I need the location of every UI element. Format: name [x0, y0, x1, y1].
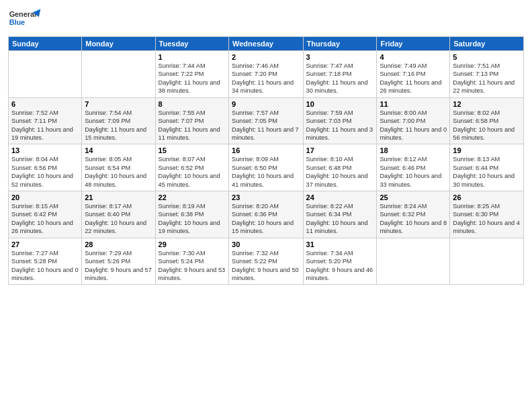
calendar-cell: 5Sunrise: 7:51 AM Sunset: 7:13 PM Daylig…: [450, 51, 524, 98]
calendar-cell: 1Sunrise: 7:44 AM Sunset: 7:22 PM Daylig…: [155, 51, 228, 98]
calendar-cell: 31Sunrise: 7:34 AM Sunset: 5:20 PM Dayli…: [303, 238, 377, 285]
calendar-cell: 22Sunrise: 8:19 AM Sunset: 6:38 PM Dayli…: [155, 191, 228, 238]
calendar-cell: 13Sunrise: 8:04 AM Sunset: 6:56 PM Dayli…: [9, 144, 82, 191]
calendar-cell: 28Sunrise: 7:29 AM Sunset: 5:26 PM Dayli…: [82, 238, 155, 285]
calendar-cell: [82, 51, 155, 98]
calendar-week-row: 6Sunrise: 7:52 AM Sunset: 7:11 PM Daylig…: [9, 97, 524, 144]
svg-text:General: General: [9, 10, 36, 18]
day-number: 4: [380, 53, 447, 61]
day-number: 24: [306, 193, 374, 201]
calendar-cell: 6Sunrise: 7:52 AM Sunset: 7:11 PM Daylig…: [9, 97, 82, 144]
calendar-cell: 24Sunrise: 8:22 AM Sunset: 6:34 PM Dayli…: [303, 191, 377, 238]
day-info: Sunrise: 7:32 AM Sunset: 5:22 PM Dayligh…: [232, 249, 300, 283]
calendar-cell: 15Sunrise: 8:07 AM Sunset: 6:52 PM Dayli…: [155, 144, 228, 191]
calendar-cell: 14Sunrise: 8:05 AM Sunset: 6:54 PM Dayli…: [82, 144, 155, 191]
calendar-cell: 26Sunrise: 8:25 AM Sunset: 6:30 PM Dayli…: [450, 191, 524, 238]
col-saturday: Saturday: [450, 37, 524, 51]
calendar-cell: 23Sunrise: 8:20 AM Sunset: 6:36 PM Dayli…: [229, 191, 304, 238]
day-number: 2: [232, 53, 300, 61]
calendar-table: Sunday Monday Tuesday Wednesday Thursday…: [8, 36, 524, 285]
calendar-week-row: 1Sunrise: 7:44 AM Sunset: 7:22 PM Daylig…: [9, 51, 524, 98]
day-info: Sunrise: 8:22 AM Sunset: 6:34 PM Dayligh…: [306, 202, 374, 236]
day-number: 11: [380, 100, 447, 108]
day-info: Sunrise: 7:51 AM Sunset: 7:13 PM Dayligh…: [453, 62, 521, 95]
day-info: Sunrise: 7:49 AM Sunset: 7:16 PM Dayligh…: [380, 62, 447, 95]
day-number: 1: [159, 53, 226, 61]
page-header: General Blue: [8, 7, 524, 32]
calendar-week-row: 27Sunrise: 7:27 AM Sunset: 5:28 PM Dayli…: [9, 238, 524, 285]
day-number: 25: [380, 193, 447, 201]
calendar-cell: 27Sunrise: 7:27 AM Sunset: 5:28 PM Dayli…: [9, 238, 82, 285]
calendar-cell: 12Sunrise: 8:02 AM Sunset: 6:58 PM Dayli…: [450, 97, 524, 144]
day-info: Sunrise: 7:52 AM Sunset: 7:11 PM Dayligh…: [11, 109, 79, 142]
day-info: Sunrise: 8:07 AM Sunset: 6:52 PM Dayligh…: [159, 155, 226, 189]
day-number: 27: [11, 240, 79, 248]
calendar-cell: 25Sunrise: 8:24 AM Sunset: 6:32 PM Dayli…: [377, 191, 450, 238]
calendar-cell: 2Sunrise: 7:46 AM Sunset: 7:20 PM Daylig…: [229, 51, 304, 98]
calendar-cell: 18Sunrise: 8:12 AM Sunset: 6:46 PM Dayli…: [377, 144, 450, 191]
col-wednesday: Wednesday: [229, 37, 304, 51]
day-info: Sunrise: 7:57 AM Sunset: 7:05 PM Dayligh…: [232, 109, 300, 142]
day-info: Sunrise: 8:24 AM Sunset: 6:32 PM Dayligh…: [380, 202, 447, 236]
calendar-cell: 29Sunrise: 7:30 AM Sunset: 5:24 PM Dayli…: [155, 238, 228, 285]
calendar-cell: 11Sunrise: 8:00 AM Sunset: 7:00 PM Dayli…: [377, 97, 450, 144]
day-number: 8: [159, 100, 226, 108]
day-number: 3: [306, 53, 374, 61]
day-number: 14: [85, 146, 152, 154]
calendar-cell: 16Sunrise: 8:09 AM Sunset: 6:50 PM Dayli…: [229, 144, 304, 191]
calendar-cell: 7Sunrise: 7:54 AM Sunset: 7:09 PM Daylig…: [82, 97, 155, 144]
day-info: Sunrise: 7:46 AM Sunset: 7:20 PM Dayligh…: [232, 62, 300, 95]
col-friday: Friday: [377, 37, 450, 51]
day-info: Sunrise: 8:19 AM Sunset: 6:38 PM Dayligh…: [159, 202, 226, 236]
day-number: 16: [232, 146, 300, 154]
day-number: 12: [453, 100, 521, 108]
col-thursday: Thursday: [303, 37, 377, 51]
day-number: 31: [306, 240, 374, 248]
calendar-cell: 4Sunrise: 7:49 AM Sunset: 7:16 PM Daylig…: [377, 51, 450, 98]
calendar-cell: 8Sunrise: 7:55 AM Sunset: 7:07 PM Daylig…: [155, 97, 228, 144]
day-number: 29: [159, 240, 226, 248]
day-number: 19: [453, 146, 521, 154]
day-info: Sunrise: 7:59 AM Sunset: 7:03 PM Dayligh…: [306, 109, 374, 142]
day-number: 17: [306, 146, 374, 154]
day-info: Sunrise: 7:34 AM Sunset: 5:20 PM Dayligh…: [306, 249, 374, 283]
calendar-cell: 17Sunrise: 8:10 AM Sunset: 6:48 PM Dayli…: [303, 144, 377, 191]
day-info: Sunrise: 8:17 AM Sunset: 6:40 PM Dayligh…: [85, 202, 152, 236]
col-monday: Monday: [82, 37, 155, 51]
day-info: Sunrise: 8:02 AM Sunset: 6:58 PM Dayligh…: [453, 109, 521, 142]
calendar-cell: 3Sunrise: 7:47 AM Sunset: 7:18 PM Daylig…: [303, 51, 377, 98]
calendar-cell: 9Sunrise: 7:57 AM Sunset: 7:05 PM Daylig…: [229, 97, 304, 144]
day-info: Sunrise: 8:25 AM Sunset: 6:30 PM Dayligh…: [453, 202, 521, 236]
calendar-header-row: Sunday Monday Tuesday Wednesday Thursday…: [9, 37, 524, 51]
day-number: 20: [11, 193, 79, 201]
day-info: Sunrise: 8:00 AM Sunset: 7:00 PM Dayligh…: [380, 109, 447, 142]
calendar-cell: [377, 238, 450, 285]
day-number: 5: [453, 53, 521, 61]
calendar-cell: [9, 51, 82, 98]
day-info: Sunrise: 7:44 AM Sunset: 7:22 PM Dayligh…: [159, 62, 226, 95]
day-number: 13: [11, 146, 79, 154]
day-info: Sunrise: 8:10 AM Sunset: 6:48 PM Dayligh…: [306, 155, 374, 189]
logo: General Blue: [8, 7, 42, 32]
day-info: Sunrise: 7:30 AM Sunset: 5:24 PM Dayligh…: [159, 249, 226, 283]
calendar-cell: 30Sunrise: 7:32 AM Sunset: 5:22 PM Dayli…: [229, 238, 304, 285]
day-number: 7: [85, 100, 152, 108]
calendar-cell: [450, 238, 524, 285]
calendar-cell: 19Sunrise: 8:13 AM Sunset: 6:44 PM Dayli…: [450, 144, 524, 191]
day-info: Sunrise: 8:05 AM Sunset: 6:54 PM Dayligh…: [85, 155, 152, 189]
col-sunday: Sunday: [9, 37, 82, 51]
day-info: Sunrise: 8:04 AM Sunset: 6:56 PM Dayligh…: [11, 155, 79, 189]
day-info: Sunrise: 7:55 AM Sunset: 7:07 PM Dayligh…: [159, 109, 226, 142]
day-info: Sunrise: 8:09 AM Sunset: 6:50 PM Dayligh…: [232, 155, 300, 189]
day-info: Sunrise: 7:27 AM Sunset: 5:28 PM Dayligh…: [11, 249, 79, 283]
day-number: 15: [159, 146, 226, 154]
day-info: Sunrise: 8:13 AM Sunset: 6:44 PM Dayligh…: [453, 155, 521, 189]
day-number: 6: [11, 100, 79, 108]
calendar-cell: 10Sunrise: 7:59 AM Sunset: 7:03 PM Dayli…: [303, 97, 377, 144]
col-tuesday: Tuesday: [155, 37, 228, 51]
day-info: Sunrise: 7:29 AM Sunset: 5:26 PM Dayligh…: [85, 249, 152, 283]
day-number: 28: [85, 240, 152, 248]
day-number: 9: [232, 100, 300, 108]
calendar-cell: 21Sunrise: 8:17 AM Sunset: 6:40 PM Dayli…: [82, 191, 155, 238]
day-number: 18: [380, 146, 447, 154]
